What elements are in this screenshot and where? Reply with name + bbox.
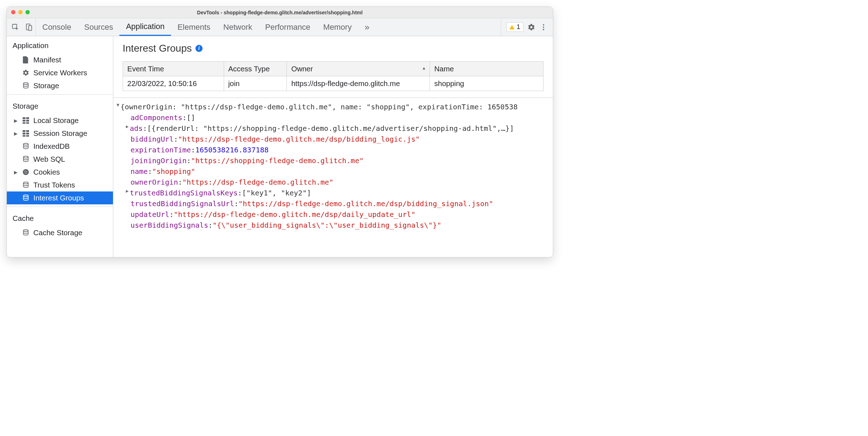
sidebar-item-trust-tokens[interactable]: Trust Tokens [7, 179, 113, 191]
sidebar-item-label: Cache Storage [33, 228, 82, 237]
sidebar-item-label: Local Storage [33, 116, 79, 125]
svg-rect-15 [23, 133, 25, 134]
sidebar-item-service-workers[interactable]: Service Workers [7, 66, 113, 79]
warning-icon [509, 25, 514, 29]
svg-rect-9 [23, 120, 25, 122]
sidebar-item-cache-storage[interactable]: Cache Storage [7, 226, 113, 239]
sidebar-item-websql[interactable]: Web SQL [7, 153, 113, 166]
svg-rect-8 [26, 117, 29, 119]
th-access-type[interactable]: Access Type [224, 62, 287, 76]
window-close-button[interactable] [11, 10, 15, 14]
expand-toggle[interactable] [125, 188, 130, 195]
tab-memory[interactable]: Memory [317, 18, 358, 36]
expand-toggle[interactable] [115, 101, 120, 109]
cell-name: shopping [430, 76, 544, 91]
tab-elements[interactable]: Elements [171, 18, 217, 36]
svg-rect-17 [23, 135, 25, 137]
svg-rect-10 [26, 120, 29, 122]
svg-rect-13 [23, 130, 25, 132]
database-icon [22, 82, 30, 90]
svg-rect-2 [29, 25, 32, 30]
svg-point-6 [23, 83, 28, 85]
inspect-icon[interactable] [11, 23, 20, 32]
grid-icon [22, 117, 30, 124]
sidebar-item-label: Session Storage [33, 129, 87, 138]
sidebar-item-interest-groups[interactable]: Interest Groups [7, 191, 113, 204]
sidebar-item-label: Manifest [33, 56, 61, 64]
application-sidebar: Application Manifest Service Workers Sto… [7, 36, 113, 257]
json-summary: {ownerOrigin: "https://dsp-fledge-demo.g… [120, 101, 518, 112]
devtools-tabs: Console Sources Application Elements Net… [36, 18, 501, 36]
window-maximize-button[interactable] [25, 10, 30, 14]
grid-icon [22, 129, 30, 137]
warnings-count: 1 [517, 23, 520, 31]
tab-application[interactable]: Application [119, 18, 171, 36]
cell-access-type: join [224, 76, 287, 91]
expand-icon[interactable]: ▶ [13, 118, 18, 123]
sidebar-item-cookies[interactable]: ▶ Cookies [7, 166, 113, 179]
database-icon [22, 229, 30, 237]
devtools-toolbar: Console Sources Application Elements Net… [7, 18, 553, 36]
heading-text: Interest Groups [123, 43, 192, 54]
svg-point-4 [543, 27, 544, 28]
database-icon [22, 181, 30, 189]
sidebar-item-label: Storage [33, 81, 59, 90]
svg-point-28 [23, 230, 28, 232]
sidebar-item-label: Web SQL [33, 155, 65, 164]
expand-icon[interactable]: ▶ [13, 131, 18, 136]
info-icon[interactable]: i [195, 45, 203, 52]
mac-traffic-lights [11, 10, 30, 14]
interest-groups-table: Event Time Access Type Owner Name 22/03/… [123, 61, 544, 91]
svg-rect-11 [23, 122, 25, 124]
expand-toggle[interactable] [125, 123, 130, 130]
sidebar-item-label: Service Workers [33, 68, 87, 77]
tab-console[interactable]: Console [36, 18, 78, 36]
cookie-icon [22, 168, 30, 176]
svg-point-27 [23, 195, 28, 197]
svg-rect-18 [26, 135, 29, 137]
json-viewer[interactable]: {ownerOrigin: "https://dsp-fledge-demo.g… [113, 98, 553, 257]
device-toggle-icon[interactable] [25, 23, 33, 32]
svg-point-25 [27, 173, 27, 174]
sidebar-item-local-storage[interactable]: ▶ Local Storage [7, 114, 113, 127]
tab-sources[interactable]: Sources [78, 18, 120, 36]
tabs-overflow-button[interactable]: » [358, 18, 376, 36]
settings-button[interactable] [527, 23, 536, 32]
sidebar-item-label: IndexedDB [33, 142, 70, 151]
svg-point-24 [25, 172, 26, 174]
svg-point-3 [543, 24, 544, 25]
svg-rect-12 [26, 122, 29, 124]
warnings-badge[interactable]: 1 [506, 22, 523, 32]
file-icon [22, 56, 30, 64]
sidebar-section-application: Application [7, 36, 113, 53]
sidebar-item-indexeddb[interactable]: IndexedDB [7, 140, 113, 153]
svg-point-19 [23, 143, 28, 145]
svg-point-23 [26, 171, 27, 172]
main-panel: Interest Groups i Event Time Access Type… [113, 36, 553, 257]
th-event-time[interactable]: Event Time [123, 62, 224, 76]
database-icon [22, 155, 30, 163]
tab-performance[interactable]: Performance [258, 18, 317, 36]
window-minimize-button[interactable] [18, 10, 23, 14]
sidebar-item-label: Trust Tokens [33, 181, 75, 189]
database-icon [22, 142, 30, 150]
sidebar-item-storage[interactable]: Storage [7, 79, 113, 92]
th-name[interactable]: Name [430, 62, 544, 76]
th-owner[interactable]: Owner [287, 62, 430, 76]
devtools-window: DevTools - shopping-fledge-demo.glitch.m… [6, 6, 553, 257]
tab-network[interactable]: Network [217, 18, 259, 36]
window-title: DevTools - shopping-fledge-demo.glitch.m… [197, 10, 363, 15]
svg-point-5 [543, 29, 544, 30]
sidebar-item-manifest[interactable]: Manifest [7, 53, 113, 66]
more-options-button[interactable] [539, 23, 548, 32]
cell-event-time: 22/03/2022, 10:50:16 [123, 76, 224, 91]
database-icon [22, 194, 30, 202]
svg-rect-14 [26, 130, 29, 132]
sidebar-item-session-storage[interactable]: ▶ Session Storage [7, 127, 113, 140]
panel-heading: Interest Groups i [113, 36, 553, 61]
table-row[interactable]: 22/03/2022, 10:50:16 join https://dsp-fl… [123, 76, 544, 91]
gear-icon [22, 69, 30, 77]
titlebar: DevTools - shopping-fledge-demo.glitch.m… [7, 7, 553, 18]
sidebar-item-label: Cookies [33, 168, 60, 176]
expand-icon[interactable]: ▶ [13, 170, 18, 175]
